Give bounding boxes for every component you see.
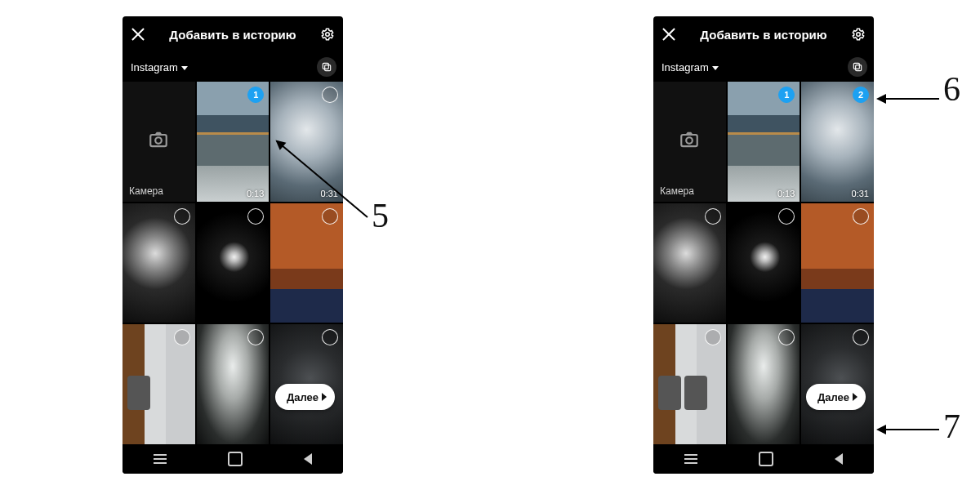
next-button[interactable]: Далее [806,384,866,410]
close-icon[interactable] [662,27,676,42]
selection-circle[interactable] [853,329,869,345]
source-picker[interactable]: Instagram [131,61,188,74]
android-navbar [653,444,874,474]
media-tile[interactable] [122,203,195,323]
video-duration: 0:13 [247,189,264,198]
source-label: Instagram [662,61,709,74]
svg-rect-7 [856,65,862,71]
preview-thumb[interactable] [127,376,150,410]
media-tile[interactable] [653,203,726,323]
selection-badge[interactable]: 1 [247,87,264,103]
video-duration: 0:31 [852,189,869,198]
selection-circle[interactable] [247,208,264,225]
nav-back-icon[interactable] [835,453,843,465]
selection-circle[interactable] [174,329,190,345]
selection-badge[interactable]: 1 [778,87,795,103]
svg-rect-6 [853,63,859,69]
media-tile[interactable]: 1 0:13 [197,82,270,202]
selection-circle[interactable] [247,329,264,345]
multi-select-toggle[interactable] [317,57,336,77]
selection-circle[interactable] [853,208,869,225]
svg-point-9 [687,138,693,145]
screen-title: Добавить в историю [700,28,826,42]
chevron-down-icon [712,66,719,70]
settings-icon[interactable] [320,27,335,42]
source-bar: Instagram [122,52,343,82]
selection-badge[interactable]: 2 [853,87,869,103]
annotation-label-6: 6 [943,69,960,109]
camera-tile[interactable]: Камера [653,82,726,202]
selection-circle[interactable] [778,208,795,225]
next-label: Далее [817,391,849,403]
chevron-down-icon [181,66,188,70]
nav-home-icon[interactable] [759,452,773,466]
selection-circle[interactable] [705,208,721,225]
chevron-right-icon [322,393,327,401]
selection-circle[interactable] [322,87,338,103]
annotation-label-7: 7 [943,407,960,446]
chevron-right-icon [853,393,858,401]
svg-point-5 [857,33,861,37]
story-topbar: Добавить в историю [653,16,874,52]
screen-title: Добавить в историю [169,28,296,42]
android-navbar [122,444,343,474]
phone-screenshot-right: Добавить в историю Instagram [653,16,874,474]
camera-label: Камера [660,185,694,197]
annotation-arrow-6 [878,98,939,100]
next-button[interactable]: Далее [275,384,335,410]
settings-icon[interactable] [851,27,866,42]
camera-icon [148,129,169,150]
svg-rect-8 [682,135,698,146]
video-duration: 0:13 [777,189,795,198]
next-label: Далее [287,391,318,403]
story-topbar: Добавить в историю [122,16,343,52]
media-tile[interactable] [270,203,343,323]
nav-recent-icon[interactable] [154,458,167,460]
annotation-arrow-7 [878,429,939,430]
media-tile[interactable]: 1 0:13 [728,82,800,202]
annotation-label-5: 5 [372,196,389,235]
media-grid: Камера 1 0:13 2 0:31 [653,82,874,444]
preview-thumb[interactable] [658,376,681,410]
grid-footer: Далее [653,376,874,415]
selection-circle[interactable] [322,208,338,225]
svg-rect-1 [323,63,328,69]
svg-point-4 [156,138,163,145]
svg-rect-3 [151,135,167,146]
media-grid: Камера 1 0:13 0:31 [122,82,343,444]
source-bar: Instagram [653,52,874,82]
source-picker[interactable]: Instagram [662,61,719,74]
phone-screenshot-left: Добавить в историю Instagram [122,16,343,474]
selection-circle[interactable] [705,329,721,345]
nav-home-icon[interactable] [228,452,243,466]
preview-thumb[interactable] [684,376,707,410]
selection-previews [127,376,150,410]
selection-circle[interactable] [778,329,795,345]
nav-back-icon[interactable] [304,453,312,465]
nav-recent-icon[interactable] [684,458,697,460]
media-tile[interactable] [801,203,874,323]
svg-rect-2 [325,65,331,71]
tutorial-stage: Добавить в историю Instagram [0,0,980,490]
media-tile[interactable]: 2 0:31 [801,82,874,202]
close-icon[interactable] [131,27,145,42]
media-tile[interactable] [197,203,270,323]
multi-select-toggle[interactable] [848,57,867,77]
camera-tile[interactable]: Камера [122,82,195,202]
media-tile[interactable] [728,203,800,323]
camera-icon [679,129,700,150]
grid-footer: Далее [122,376,343,415]
selection-previews [658,376,707,410]
selection-circle[interactable] [322,329,338,345]
source-label: Instagram [131,61,178,74]
selection-circle[interactable] [174,208,190,225]
svg-point-0 [326,33,330,37]
camera-label: Камера [129,185,163,197]
